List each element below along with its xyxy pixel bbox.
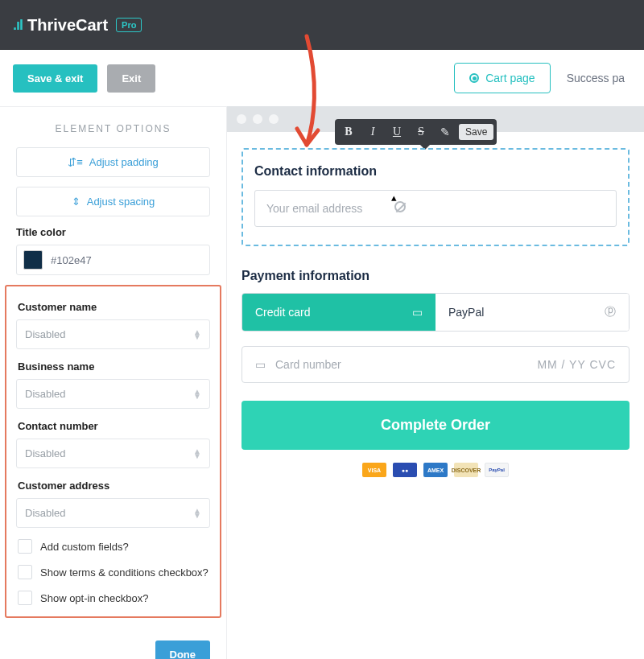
brand-name: ThriveCart	[27, 16, 108, 35]
adjust-padding-label: Adjust padding	[89, 156, 159, 168]
toolbar-save-button[interactable]: Save	[459, 124, 493, 140]
email-input[interactable]	[254, 190, 617, 227]
tab-cart-page-label: Cart page	[485, 72, 535, 84]
preview-body: B I U S ✎ Save Contact information ▴ Pay…	[227, 132, 644, 496]
traffic-dot-icon	[253, 114, 262, 124]
discover-icon: DISCOVER	[454, 463, 478, 477]
contact-number-value: Disabled	[25, 447, 66, 459]
card-placeholder: Card number	[275, 358, 341, 371]
chevron-updown-icon: ▲▼	[193, 509, 201, 518]
customer-address-select[interactable]: Disabled ▲▼	[16, 498, 210, 528]
show-terms-row: Show terms & conditions checkbox?	[18, 565, 208, 579]
strike-button[interactable]: S	[411, 122, 431, 142]
show-terms-checkbox[interactable]	[18, 565, 32, 579]
color-picker-button[interactable]: ✎	[435, 122, 456, 142]
business-name-value: Disabled	[25, 388, 66, 400]
adjust-spacing-button[interactable]: ⇕ Adjust spacing	[16, 187, 210, 216]
show-optin-checkbox[interactable]	[18, 591, 32, 605]
app-header: .ıl ThriveCart Pro	[0, 0, 644, 50]
brand-name-text: ThriveCart	[27, 16, 108, 34]
save-and-exit-button[interactable]: Save & exit	[13, 64, 97, 93]
payment-tabs: Credit card ▭ PayPal ⓟ	[242, 293, 630, 332]
add-custom-fields-checkbox[interactable]	[18, 539, 32, 554]
mastercard-icon: ●●	[393, 463, 417, 477]
show-optin-row: Show opt-in checkbox?	[18, 591, 208, 605]
add-custom-fields-row: Add custom fields?	[18, 539, 208, 554]
main: ELEMENT OPTIONS ⇵≡ Adjust padding ⇕ Adju…	[0, 106, 644, 659]
bold-button[interactable]: B	[338, 122, 359, 142]
spacing-icon: ⇕	[72, 196, 80, 208]
show-terms-label: Show terms & conditions checkbox?	[40, 566, 208, 579]
customer-address-label: Customer address	[18, 480, 208, 492]
brand-mark-icon: .ıl	[13, 17, 23, 34]
editor-toolbar: Save & exit Exit Cart page Success pa	[0, 50, 644, 106]
chevron-updown-icon: ▲▼	[193, 330, 201, 340]
card-number-field[interactable]: ▭ Card number MM / YY CVC	[242, 346, 630, 383]
exit-button[interactable]: Exit	[107, 64, 155, 93]
tab-paypal[interactable]: PayPal ⓟ	[436, 294, 629, 331]
brand: .ıl ThriveCart Pro	[13, 16, 142, 35]
adjust-padding-button[interactable]: ⇵≡ Adjust padding	[16, 147, 210, 177]
sidebar-title: ELEMENT OPTIONS	[0, 106, 226, 147]
visa-icon: VISA	[362, 463, 386, 477]
italic-button[interactable]: I	[362, 122, 383, 142]
pro-badge: Pro	[116, 18, 142, 32]
cursor-forbidden-icon	[394, 201, 406, 212]
title-color-input[interactable]	[51, 254, 203, 266]
business-name-label: Business name	[18, 360, 208, 373]
done-button[interactable]: Done	[155, 640, 211, 659]
preview-pane: B I U S ✎ Save Contact information ▴ Pay…	[227, 106, 644, 659]
customer-name-select[interactable]: Disabled ▲▼	[16, 319, 210, 349]
business-name-select[interactable]: Disabled ▲▼	[16, 379, 210, 409]
complete-order-button[interactable]: Complete Order	[242, 401, 630, 450]
title-color-label: Title color	[16, 226, 210, 238]
title-color-field[interactable]	[16, 245, 210, 275]
customer-name-label: Customer name	[18, 301, 208, 313]
radio-selected-icon	[469, 73, 479, 83]
adjust-spacing-label: Adjust spacing	[87, 196, 155, 208]
show-optin-label: Show opt-in checkbox?	[40, 592, 148, 604]
chevron-updown-icon: ▲▼	[193, 449, 201, 459]
traffic-dot-icon	[269, 114, 279, 124]
sidebar: ELEMENT OPTIONS ⇵≡ Adjust padding ⇕ Adju…	[0, 106, 227, 659]
contact-information-block[interactable]: Contact information ▴	[242, 148, 630, 246]
contact-number-select[interactable]: Disabled ▲▼	[16, 439, 210, 468]
color-swatch[interactable]	[23, 250, 43, 270]
traffic-dot-icon	[237, 114, 246, 124]
contact-number-label: Contact number	[18, 420, 208, 432]
payment-brand-row: VISA ●● AMEX DISCOVER PayPal	[242, 463, 630, 477]
underline-button[interactable]: U	[386, 122, 407, 142]
chevron-updown-icon: ▲▼	[193, 389, 201, 399]
paypal-brand-icon: PayPal	[485, 463, 509, 477]
tab-success-page[interactable]: Success pa	[560, 64, 631, 93]
customer-name-value: Disabled	[25, 328, 66, 340]
tab-paypal-label: PayPal	[448, 306, 484, 319]
card-expiry-cvc: MM / YY CVC	[537, 358, 616, 371]
credit-card-icon: ▭	[412, 306, 423, 319]
tab-cart-page[interactable]: Cart page	[454, 63, 550, 93]
card-icon: ▭	[255, 358, 266, 371]
paypal-icon: ⓟ	[605, 305, 616, 319]
text-format-toolbar: B I U S ✎ Save	[335, 119, 497, 145]
amex-icon: AMEX	[423, 463, 448, 477]
contact-title[interactable]: Contact information	[254, 164, 617, 179]
field-options-group: Customer name Disabled ▲▼ Business name …	[5, 285, 221, 618]
add-custom-fields-label: Add custom fields?	[40, 541, 129, 553]
payment-title: Payment information	[242, 269, 630, 283]
sliders-icon: ⇵≡	[68, 156, 83, 168]
customer-address-value: Disabled	[25, 507, 66, 519]
tab-credit-card-label: Credit card	[255, 306, 310, 319]
tab-credit-card[interactable]: Credit card ▭	[242, 294, 436, 331]
